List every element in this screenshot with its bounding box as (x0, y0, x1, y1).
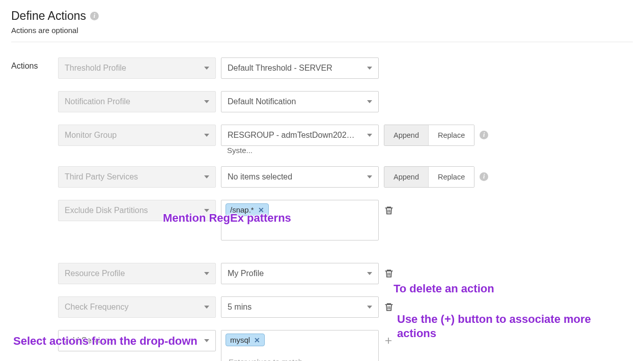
value-text: 5 mins (228, 303, 251, 312)
value-text: Default Threshold - SERVER (228, 64, 332, 73)
chevron-down-icon (367, 272, 372, 275)
resource-profile-selector[interactable]: Resource Profile (58, 263, 216, 284)
selector-label: Threshold Profile (65, 64, 126, 73)
tag-input-placeholder[interactable]: Enter values to match (229, 357, 302, 361)
chevron-down-icon (367, 67, 372, 70)
actions-label: Actions (11, 57, 58, 361)
notification-profile-selector[interactable]: Notification Profile (58, 91, 216, 112)
trash-icon[interactable] (384, 205, 394, 216)
third-party-selector[interactable]: Third Party Services (58, 166, 216, 188)
value-text: No items selected (228, 172, 292, 182)
selector-label: Check Frequency (65, 303, 128, 312)
monitor-group-mode: Append Replace (384, 125, 474, 146)
tag-label: mysql (230, 336, 250, 344)
chevron-down-icon (367, 306, 372, 309)
divider (11, 42, 633, 42)
threshold-profile-selector[interactable]: Threshold Profile (58, 57, 216, 79)
trash-icon[interactable] (384, 268, 394, 279)
chevron-down-icon (204, 339, 209, 342)
threshold-profile-value[interactable]: Default Threshold - SERVER (221, 57, 379, 79)
chevron-down-icon (204, 100, 209, 103)
value-text: RESGROUP - admTestDown2027rg- (228, 131, 359, 140)
close-icon[interactable]: ✕ (254, 336, 260, 344)
tag-label: /snap.* (230, 205, 254, 214)
page-subtitle: Actions are optional (11, 26, 633, 35)
append-button[interactable]: Append (384, 167, 428, 187)
monitor-group-selector[interactable]: Monitor Group (58, 125, 216, 146)
selector-label: Add Services (65, 336, 113, 345)
info-icon[interactable]: i (480, 172, 488, 181)
tag-mysql[interactable]: mysql ✕ (226, 334, 265, 346)
monitor-group-overflow: Syste... (227, 146, 253, 155)
check-frequency-selector[interactable]: Check Frequency (58, 296, 216, 318)
check-frequency-value[interactable]: 5 mins (221, 296, 379, 318)
chevron-down-icon (204, 209, 209, 212)
plus-icon[interactable] (384, 336, 393, 345)
chevron-down-icon (204, 134, 209, 137)
exclude-disk-tags[interactable]: /snap.* ✕ (221, 200, 379, 240)
chevron-down-icon (367, 100, 372, 103)
chevron-down-icon (204, 175, 209, 178)
selector-label: Exclude Disk Partitions (65, 206, 148, 215)
selector-label: Resource Profile (65, 269, 125, 278)
replace-button[interactable]: Replace (428, 125, 474, 145)
tag-snap[interactable]: /snap.* ✕ (226, 203, 269, 216)
chevron-down-icon (367, 134, 372, 137)
chevron-down-icon (367, 175, 372, 178)
third-party-mode: Append Replace (384, 166, 474, 188)
selector-label: Monitor Group (65, 131, 117, 140)
selector-label: Third Party Services (65, 172, 138, 182)
page-title: Define Actions (11, 9, 86, 23)
add-services-selector[interactable]: Add Services (58, 330, 216, 351)
info-icon[interactable]: i (480, 131, 488, 139)
chevron-down-icon (204, 272, 209, 275)
append-button[interactable]: Append (384, 125, 428, 145)
add-services-tags[interactable]: mysql ✕ Enter values to match (221, 330, 379, 361)
chevron-down-icon (204, 306, 209, 309)
close-icon[interactable]: ✕ (258, 206, 264, 214)
notification-profile-value[interactable]: Default Notification (221, 91, 379, 112)
value-text: Default Notification (228, 97, 296, 106)
info-icon[interactable]: i (90, 12, 99, 20)
value-text: My Profile (228, 269, 264, 278)
chevron-down-icon (204, 67, 209, 70)
selector-label: Notification Profile (65, 97, 130, 106)
resource-profile-value[interactable]: My Profile (221, 263, 379, 284)
third-party-value[interactable]: No items selected (221, 166, 379, 188)
replace-button[interactable]: Replace (428, 167, 474, 187)
exclude-disk-selector[interactable]: Exclude Disk Partitions (58, 200, 216, 221)
trash-icon[interactable] (384, 302, 394, 313)
monitor-group-value[interactable]: RESGROUP - admTestDown2027rg- (221, 125, 379, 146)
